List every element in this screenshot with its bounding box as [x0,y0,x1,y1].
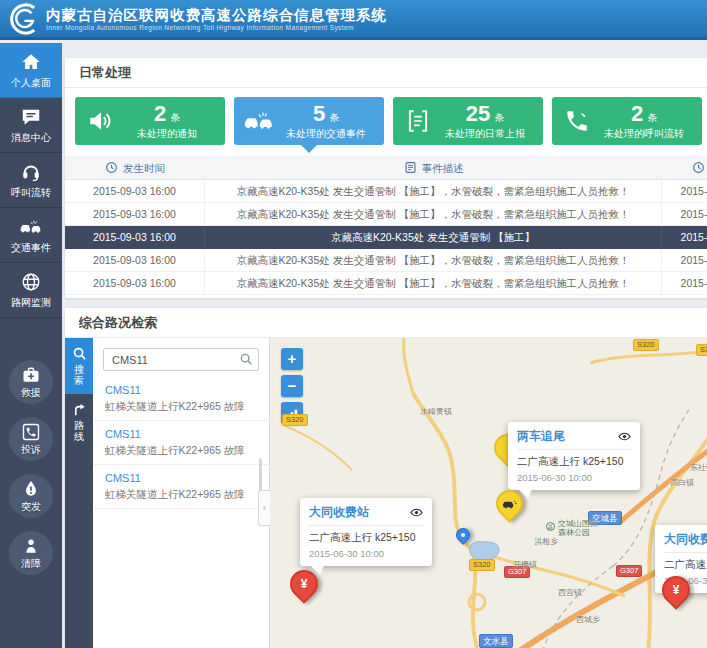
sidebar-item-label: 路网监测 [11,296,51,310]
sidebar-item-desktop[interactable]: 个人桌面 [0,43,62,98]
tab-label: 路线 [73,420,85,442]
sidebar-item-label: 消息中心 [11,131,51,145]
event-table-header: 发生时间 事件描述 上报时间 [65,156,707,180]
map-canvas[interactable]: + − S320 S320 S320 S320 G307 G307 交城县 文水… [270,338,707,648]
tab-route[interactable]: 路线 [65,394,93,450]
road-badge: G307 [616,565,642,577]
result-name: CMS11 [105,384,257,396]
sidebar-item-call-transfer[interactable]: 呼叫流转 [0,153,62,208]
column-header-description[interactable]: 事件描述 [205,156,662,179]
clearance-button[interactable]: 清障 [9,531,53,575]
search-result-item[interactable]: CMS11 虹梯关隧道上行K22+965 故障 [93,421,269,465]
headset-icon [20,161,42,183]
search-input[interactable] [103,348,259,371]
cell-report-time: 2015-09-03 16:00 [662,272,707,294]
card-unit: 条 [329,112,339,123]
table-row[interactable]: 2015-09-03 16:00 京藏高速K20-K35处 发生交通管制 【施工… [65,272,707,295]
popup-title: 两车追尾 [517,428,565,445]
map-roads-layer [270,338,707,648]
popup-time: 2015-06-30 10:00 [309,548,423,559]
sidebar-item-messages[interactable]: 消息中心 [0,98,62,153]
daily-panel-title: 日常处理 [65,58,707,88]
road-badge: S320 [282,414,308,426]
search-result-item[interactable]: CMS11 虹梯关隧道上行K22+965 故障 [93,465,269,509]
card-text: 2条 未处理的通知 [117,103,217,139]
eye-icon[interactable] [618,432,631,441]
car-collision-icon [20,216,42,238]
event-table: 发生时间 事件描述 上报时间 2015-09-03 16:00 京藏高速K20-… [65,156,707,295]
document-icon [404,161,417,174]
first-aid-kit-icon [21,365,41,385]
search-result-item[interactable]: CMS11 虹梯关隧道上行K22+965 故障 [93,377,269,421]
collapse-panel-handle[interactable]: ‹ [258,490,270,526]
cell-time: 2015-09-03 16:00 [65,203,205,225]
card-unhandled-notices[interactable]: 2条 未处理的通知 [75,97,225,145]
search-icon[interactable] [239,352,253,366]
cell-report-time: 2015-09-03 16:00 [662,249,707,271]
card-unhandled-daily-reports[interactable]: 25条 未处理的日常上报 [393,97,543,145]
table-row[interactable]: 2015-09-03 16:00 京藏高速K20-K35处 发生交通管制 【施工… [65,203,707,226]
cell-description: 京藏高速K20-K35处 发生交通管制 【施工】，水管破裂，需紧急组织施工人员抢… [205,249,662,271]
globe-icon [20,271,42,293]
eye-icon[interactable] [410,508,423,517]
popup-location: 二广高速上行 k25+150 [517,455,631,469]
table-row[interactable]: 2015-09-03 16:00 京藏高速K20-K35处 发生交通管制 【施工… [65,180,707,203]
app-title: 内蒙古自治区联网收费高速公路综合信息管理系统 [46,7,387,23]
map-label: 东社镇 [690,462,707,473]
phone-box-icon [21,422,41,442]
card-unhandled-traffic-events[interactable]: 5条 未处理的交通事件 [234,97,384,145]
popup-title: 大同收费站 [664,531,707,548]
sidebar-item-traffic-events[interactable]: 交通事件 [0,208,62,263]
rescue-button[interactable]: 救援 [9,360,53,404]
complaint-label: 投诉 [9,443,53,457]
column-header-report-time[interactable]: 上报时间 [662,156,707,179]
complaint-button[interactable]: 投诉 [9,417,53,461]
cell-report-time: 2015-09-03 16:00 [662,203,707,225]
clock-icon [105,161,118,174]
sidebar-item-network-monitor[interactable]: 路网监测 [0,263,62,318]
map-label: 交城山国家森林公园 [558,519,604,537]
column-header-time[interactable]: 发生时间 [65,156,205,179]
tab-label: 搜索 [73,364,85,386]
sidebar-item-label: 呼叫流转 [11,186,51,200]
tab-search[interactable]: 搜索 [65,338,93,394]
map-zoom-out-button[interactable]: − [281,375,303,397]
speaker-icon [83,108,117,134]
app-header: 内蒙古自治区联网收费高速公路综合信息管理系统 Inner Mongolia Au… [0,0,707,40]
result-desc: 虹梯关隧道上行K22+965 故障 [105,444,257,458]
table-row[interactable]: 2015-09-03 16:00 京藏高速K20-K35处 发生交通管制 【施工… [65,249,707,272]
cell-time: 2015-09-03 16:00 [65,226,205,249]
cell-report-time: 2015-09-03 16:00 [662,226,707,249]
popup-location: 二广高速上行 k25+150 [664,558,707,572]
card-unit: 条 [170,112,180,123]
card-unhandled-call-transfers[interactable]: 2条 未处理的呼叫流转 [552,97,702,145]
daily-processing-panel: 日常处理 2条 未处理的通知 5条 未处理的交通事件 [65,58,707,298]
chat-bubble-icon [20,106,42,128]
card-value: 5 [313,101,325,126]
map-popup-rear-end: 两车追尾 二广高速上行 k25+150 2015-06-30 10:00 [508,422,640,490]
card-value: 2 [154,101,166,126]
rescue-label: 救援 [9,386,53,400]
result-name: CMS11 [105,428,257,440]
card-label: 未处理的日常上报 [435,129,535,139]
map-label: 洪相乡 [534,536,558,547]
car-collision-icon [242,108,276,134]
road-badge: S320 [469,559,495,571]
droplet-alert-icon [21,479,41,499]
map-label: 高白镇 [670,477,694,488]
route-arrow-icon [72,402,87,417]
popup-time: 2015-06-30 10:00 [517,472,631,483]
cell-time: 2015-09-03 16:00 [65,249,205,271]
cell-time: 2015-09-03 16:00 [65,180,205,202]
card-value: 2 [631,101,643,126]
search-input-wrap [103,348,259,371]
card-label: 未处理的交通事件 [276,129,376,139]
card-text: 25条 未处理的日常上报 [435,103,535,139]
app-logo-icon [6,2,40,36]
selected-card-pointer [301,145,317,153]
map-zoom-in-button[interactable]: + [281,348,303,370]
emergency-button[interactable]: 突发 [9,474,53,518]
column-label: 发生时间 [123,156,165,179]
cell-time: 2015-09-03 16:00 [65,272,205,294]
table-row-selected[interactable]: 2015-09-03 16:00 京藏高速K20-K35处 发生交通管制 【施工… [65,226,707,249]
